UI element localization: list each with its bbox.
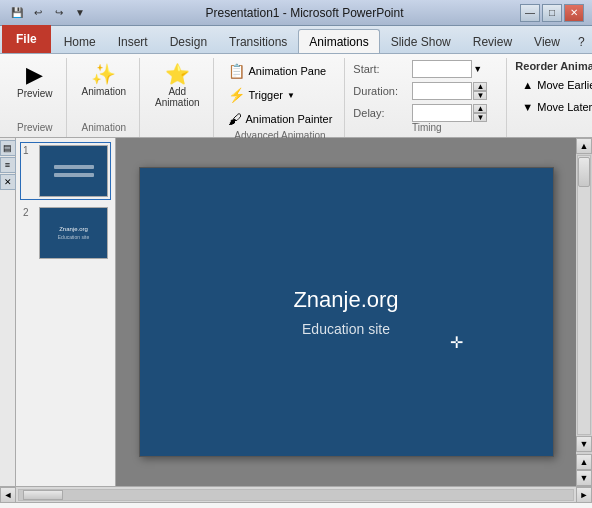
- delay-down-btn[interactable]: ▼: [473, 113, 487, 122]
- trigger-button[interactable]: ⚡ Trigger ▼: [222, 84, 301, 106]
- scroll-thumb[interactable]: [578, 157, 590, 187]
- tab-file[interactable]: File: [2, 25, 51, 53]
- animation-pane-icon: 📋: [228, 63, 245, 79]
- duration-up-btn[interactable]: ▲: [473, 82, 487, 91]
- animation-painter-button[interactable]: 🖌 Animation Painter: [222, 108, 339, 130]
- window-title: Presentation1 - Microsoft PowerPoint: [89, 6, 520, 20]
- panel-close-btn[interactable]: ✕: [0, 174, 16, 190]
- cursor-icon: ✛: [450, 333, 463, 352]
- thumb-line: [54, 165, 94, 169]
- scroll-left-btn[interactable]: ◄: [0, 487, 16, 503]
- move-later-icon: ▼: [522, 101, 533, 113]
- trigger-label: Trigger: [249, 89, 283, 101]
- animation-button[interactable]: ✨ Animation: [75, 60, 133, 101]
- delay-up-btn[interactable]: ▲: [473, 104, 487, 113]
- save-quick-btn[interactable]: 💾: [8, 4, 26, 22]
- duration-label: Duration:: [353, 85, 408, 97]
- animation-pane-button[interactable]: 📋 Animation Pane: [222, 60, 333, 82]
- scroll-up-btn[interactable]: ▲: [576, 138, 592, 154]
- start-dropdown-icon[interactable]: ▼: [473, 64, 482, 74]
- move-earlier-icon: ▲: [522, 79, 533, 91]
- redo-quick-btn[interactable]: ↪: [50, 4, 68, 22]
- dropdown-quick-btn[interactable]: ▼: [71, 4, 89, 22]
- scroll-prev-btn[interactable]: ▲: [576, 454, 592, 470]
- ribbon-tab-bar: File Home Insert Design Transitions Anim…: [0, 26, 592, 54]
- scroll-down-btn[interactable]: ▼: [576, 436, 592, 452]
- start-input[interactable]: [412, 60, 472, 78]
- animation-icon: ✨: [91, 64, 116, 84]
- trigger-dropdown-icon: ▼: [287, 91, 295, 100]
- timing-group-label: Timing: [412, 122, 442, 135]
- slide-num-1: 1: [23, 145, 35, 156]
- thumb2-title-text: Znanje.org: [59, 226, 88, 232]
- tab-transitions[interactable]: Transitions: [218, 29, 298, 53]
- timing-start-row: Start: ▼: [353, 60, 482, 78]
- delay-input[interactable]: [412, 104, 472, 122]
- slide-num-2: 2: [23, 207, 35, 218]
- h-scroll-track[interactable]: [18, 489, 574, 501]
- move-later-label: Move Later: [537, 101, 592, 113]
- slide-thumbnails-panel: 1 2 Znanje.org Education site: [16, 138, 116, 486]
- ribbon-group-timing: Start: ▼ Duration: ▲ ▼ Delay:: [347, 58, 507, 137]
- tab-design[interactable]: Design: [159, 29, 218, 53]
- slide-subtitle: Education site: [302, 321, 390, 337]
- slide-canvas[interactable]: Znanje.org Education site ✛: [139, 167, 554, 457]
- close-btn[interactable]: ✕: [564, 4, 584, 22]
- move-later-button[interactable]: ▼ Move Later: [515, 98, 592, 116]
- ribbon-content: ▶ Preview Preview ✨ Animation Animation …: [0, 54, 592, 138]
- tab-help-icon[interactable]: ?: [571, 29, 592, 53]
- tab-animations[interactable]: Animations: [298, 29, 379, 53]
- start-label: Start:: [353, 63, 408, 75]
- h-scroll-thumb[interactable]: [23, 490, 63, 500]
- notes-area[interactable]: C: [0, 502, 592, 508]
- workspace: ▤ ≡ ✕ 1 2 Znanje.org Education site Znan…: [0, 138, 592, 486]
- window-controls: — □ ✕: [520, 4, 584, 22]
- quick-access-toolbar: 💾 ↩ ↪ ▼: [8, 4, 89, 22]
- duration-spinner: ▲ ▼: [473, 82, 487, 100]
- ribbon-group-animation: ✨ Animation Animation: [69, 58, 140, 137]
- add-animation-label: AddAnimation: [155, 86, 199, 108]
- tab-insert[interactable]: Insert: [107, 29, 159, 53]
- vertical-scrollbar: ▲ ▼ ▲ ▼: [576, 138, 592, 486]
- timing-delay-row: Delay: ▲ ▼: [353, 104, 487, 122]
- panel-controls: ▤ ≡ ✕: [0, 138, 16, 486]
- preview-icon: ▶: [26, 64, 43, 86]
- ribbon-group-preview: ▶ Preview Preview: [4, 58, 67, 137]
- tab-slideshow[interactable]: Slide Show: [380, 29, 462, 53]
- slide-thumb-1: [39, 145, 108, 197]
- panel-toggle-btn[interactable]: ▤: [0, 140, 16, 156]
- tab-view[interactable]: View: [523, 29, 571, 53]
- maximize-btn[interactable]: □: [542, 4, 562, 22]
- panel-list-btn[interactable]: ≡: [0, 157, 16, 173]
- horizontal-scrollbar-area: ◄ ►: [0, 486, 592, 502]
- reorder-title: Reorder Animation: [515, 60, 592, 72]
- tab-review[interactable]: Review: [462, 29, 523, 53]
- preview-button[interactable]: ▶ Preview: [10, 60, 60, 103]
- animation-group-label: Animation: [82, 122, 126, 135]
- slide-thumb-2: Znanje.org Education site: [39, 207, 108, 259]
- duration-down-btn[interactable]: ▼: [473, 91, 487, 100]
- move-earlier-button[interactable]: ▲ Move Earlier: [515, 76, 592, 94]
- slide-title: Znanje.org: [293, 287, 398, 313]
- add-animation-button[interactable]: ⭐ AddAnimation: [148, 60, 206, 112]
- scroll-track[interactable]: [577, 155, 591, 435]
- move-earlier-label: Move Earlier: [537, 79, 592, 91]
- tab-home[interactable]: Home: [53, 29, 107, 53]
- animation-pane-label: Animation Pane: [249, 65, 327, 77]
- minimize-btn[interactable]: —: [520, 4, 540, 22]
- slide-thumbnail-2[interactable]: 2 Znanje.org Education site: [20, 204, 111, 262]
- duration-input[interactable]: [412, 82, 472, 100]
- delay-label: Delay:: [353, 107, 408, 119]
- trigger-icon: ⚡: [228, 87, 245, 103]
- scroll-right-btn[interactable]: ►: [576, 487, 592, 503]
- preview-group-label: Preview: [17, 122, 53, 135]
- ribbon-group-reorder: Reorder Animation ▲ Move Earlier ▼ Move …: [509, 58, 592, 137]
- delay-spinner: ▲ ▼: [473, 104, 487, 122]
- thumb-line: [54, 173, 94, 177]
- add-animation-icon: ⭐: [165, 64, 190, 84]
- scroll-next-btn[interactable]: ▼: [576, 470, 592, 486]
- undo-quick-btn[interactable]: ↩: [29, 4, 47, 22]
- animation-painter-label: Animation Painter: [246, 113, 333, 125]
- thumb2-sub-text: Education site: [58, 234, 89, 240]
- slide-thumbnail-1[interactable]: 1: [20, 142, 111, 200]
